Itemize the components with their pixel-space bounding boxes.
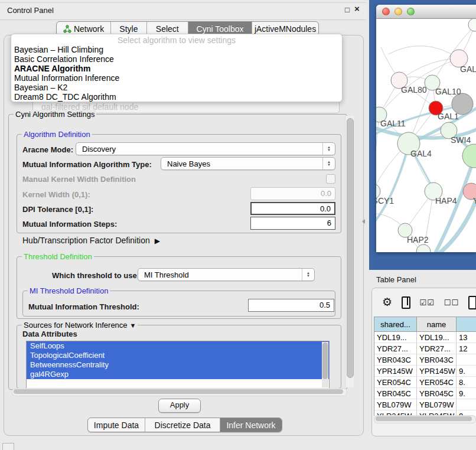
mi-algorithm-type-label: Mutual Information Algorithm Type: <box>22 160 152 169</box>
node-label: GAL80 <box>401 85 427 94</box>
kernel-width-label: Kernel Width (0,1): <box>22 190 90 199</box>
collapse-right-icon: ▶ <box>155 237 160 245</box>
resize-grip[interactable] <box>2 443 14 450</box>
algorithm-definition-legend: Algorithm Definition <box>22 130 92 139</box>
node-label: GAL10 <box>435 87 461 96</box>
stepper-arrows-icon[interactable]: ▲▼ <box>322 158 335 169</box>
data-attributes-list[interactable]: SelfLoopsTopologicalCoefficientBetweenne… <box>26 341 330 389</box>
export-table-icon[interactable] <box>468 296 476 309</box>
close-panel-icon[interactable]: × <box>354 5 360 13</box>
bottom-tab-bar: Impute DataDiscretize DataInfer Network <box>87 418 282 432</box>
table-panel-body: ⚙ ☑☑ ☐☐ shared...nameYDL19...YDL19...13Y… <box>371 288 476 436</box>
mi-threshold-legend: MI Threshold Definition <box>28 286 110 295</box>
stepper-arrows-icon[interactable]: ▲▼ <box>322 143 335 155</box>
table-row[interactable]: YBR043CYBR043C <box>374 354 476 366</box>
manual-kernel-width-checkbox[interactable] <box>326 174 335 184</box>
dpi-tolerance-input[interactable]: 0.0 <box>250 202 335 215</box>
algorithm-dropdown-list: Select algorithm to view settingsBayesia… <box>11 34 343 102</box>
mi-algorithm-type-select[interactable]: Naive Bayes ▲▼ <box>161 157 335 170</box>
node-label: GAL11 <box>380 119 406 128</box>
minimize-window-icon[interactable] <box>395 8 402 15</box>
settings-scrollbar[interactable] <box>345 116 354 387</box>
algorithm-option[interactable]: Bayesian – Hill Climbing <box>11 45 342 54</box>
table-row[interactable]: YDL19...YDL19...13 <box>374 332 476 343</box>
split-view-icon[interactable] <box>402 296 410 309</box>
which-threshold-label: Which threshold to use: <box>52 271 139 280</box>
float-panel-icon[interactable]: □ <box>345 6 350 14</box>
mi-steps-input[interactable]: 6 <box>250 217 335 230</box>
table-row[interactable]: YBL079WYBL079W <box>374 399 476 410</box>
node-label: GAL1 <box>438 112 459 121</box>
gear-icon[interactable]: ⚙ <box>382 296 392 308</box>
close-window-icon[interactable] <box>382 8 390 15</box>
table-hscrollbar[interactable] <box>374 415 476 423</box>
column-header[interactable]: shared... <box>374 317 417 332</box>
network-window-titlebar[interactable] <box>376 5 476 19</box>
list-scrollbar[interactable] <box>322 342 328 387</box>
node-label: HAP4 <box>435 196 457 206</box>
dpi-tolerance-label: DPI Tolerance [0,1]: <box>22 205 93 214</box>
tab-impute-data[interactable]: Impute Data <box>88 418 145 432</box>
node-label: Y <box>473 196 476 206</box>
stepper-arrows-icon[interactable]: ▲▼ <box>302 269 314 281</box>
network-window: GALGAL80GAL10GAL1GAL11SWI4GAL4GCY1HAP4YH… <box>376 5 476 252</box>
network-node[interactable] <box>462 144 476 168</box>
control-panel-title: Control Panel <box>7 6 54 15</box>
attribute-item[interactable]: gal4RGexp <box>27 370 329 379</box>
panel-divider-handle[interactable] <box>362 219 365 224</box>
table-row[interactable]: YER054CYER054C8. <box>374 377 476 388</box>
select-all-columns-icon[interactable]: ☑☑ <box>420 298 435 307</box>
kernel-width-input[interactable]: 0.0 <box>250 187 335 200</box>
threshold-definition-legend: Threshold Definition <box>22 252 94 261</box>
column-header[interactable]: name <box>417 317 457 332</box>
tab-infer-network[interactable]: Infer Network <box>220 418 282 432</box>
algorithm-option[interactable]: Bayesian – K2 <box>11 83 342 92</box>
attribute-item[interactable]: BetweennessCentrality <box>27 360 329 370</box>
node-label: GAL <box>460 64 476 74</box>
cyni-settings-legend: Cyni Algorithm Settings <box>14 110 96 119</box>
network-node[interactable] <box>416 244 431 252</box>
collapse-down-icon: ▼ <box>130 322 136 329</box>
node-label: SWI4 <box>451 135 471 145</box>
data-attributes-label: Data Attributes <box>22 330 77 338</box>
hub-definition-toggle[interactable]: Hub/Transcription Factor Definition▶ <box>22 236 160 245</box>
table-row[interactable]: YDR27...YDR27...12 <box>374 343 476 354</box>
algorithm-option[interactable]: ARACNE Algorithm <box>11 64 342 73</box>
deselect-all-columns-icon[interactable]: ☐☐ <box>444 298 459 307</box>
control-panel-titlebar <box>0 2 366 20</box>
zoom-window-icon[interactable] <box>407 8 415 15</box>
table-row[interactable]: YBR045CYBR045C9. <box>374 388 476 399</box>
algorithm-option[interactable]: Mutual Information Inference <box>11 73 342 83</box>
algorithm-option[interactable]: Dream8 DC_TDC Algorithm <box>11 92 342 102</box>
settings-hscrollbar[interactable] <box>12 388 347 396</box>
attribute-item[interactable]: SelfLoops <box>27 341 329 351</box>
dropdown-placeholder: Select algorithm to view settings <box>11 35 342 45</box>
algorithm-option[interactable]: Basic Correlation Inference <box>11 54 342 64</box>
node-label: HAP2 <box>407 235 429 244</box>
table-toolbar: ⚙ ☑☑ ☐☐ <box>372 288 476 317</box>
network-graph: GALGAL80GAL10GAL1GAL11SWI4GAL4GCY1HAP4YH… <box>376 19 476 252</box>
mi-threshold-input[interactable]: 0.5 <box>248 299 334 312</box>
which-threshold-select[interactable]: MI Threshold ▲▼ <box>138 268 315 281</box>
mi-threshold-label: Mutual Information Threshold: <box>28 302 139 311</box>
network-icon <box>63 25 71 33</box>
manual-kernel-width-label: Manual Kernel Width Definition <box>22 175 136 184</box>
column-header[interactable] <box>457 317 476 332</box>
aracne-mode-select[interactable]: Discovery ▲▼ <box>76 142 335 155</box>
network-node[interactable] <box>468 19 476 31</box>
node-label: GCY1 <box>376 196 394 206</box>
aracne-mode-label: Aracne Mode: <box>22 145 73 154</box>
table-row[interactable]: YPR145WYPR145W9. <box>374 366 476 377</box>
mi-steps-label: Mutual Information Steps: <box>22 220 117 229</box>
tab-discretize-data[interactable]: Discretize Data <box>145 418 220 432</box>
table-panel-title: Table Panel <box>376 275 416 284</box>
network-edge-highlighted <box>376 145 409 227</box>
sources-legend[interactable]: Sources for Network Inference▼ <box>22 321 138 330</box>
network-edge <box>388 46 459 58</box>
node-label: GAL4 <box>410 149 432 158</box>
attribute-item[interactable]: TopologicalCoefficient <box>27 351 329 360</box>
apply-button[interactable]: Apply <box>158 399 201 413</box>
node-table: shared...nameYDL19...YDL19...13YDR27...Y… <box>374 317 476 416</box>
network-canvas[interactable]: GALGAL80GAL10GAL1GAL11SWI4GAL4GCY1HAP4YH… <box>376 19 476 252</box>
